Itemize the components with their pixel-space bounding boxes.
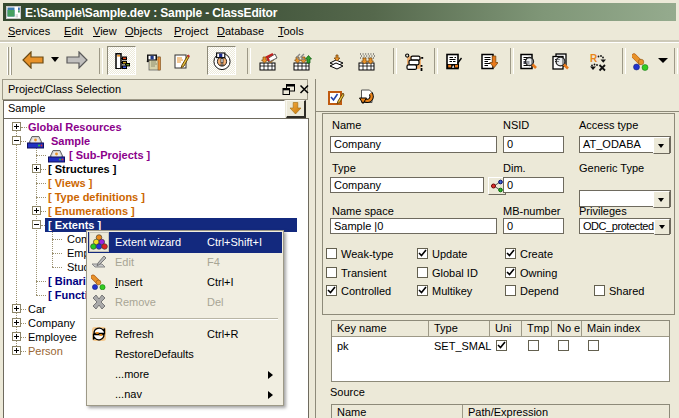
svg-text:R: R <box>590 53 598 64</box>
